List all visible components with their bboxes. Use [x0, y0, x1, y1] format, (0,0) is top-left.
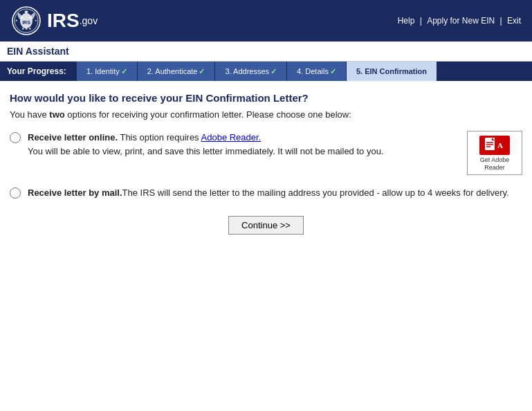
svg-text:IRS: IRS: [22, 20, 30, 25]
svg-text:★ ★ ★: ★ ★ ★: [21, 26, 33, 30]
adobe-badge-text: Get Adobe Reader: [480, 156, 510, 172]
adobe-icon: A: [478, 134, 511, 156]
svg-text:A: A: [497, 141, 503, 149]
logo-area: IRS ★ ★ ★ ★ ★ IRS.gov: [11, 6, 98, 36]
button-row: Continue >>: [10, 216, 522, 235]
progress-bar: Your Progress: 1. Identity✓ 2. Authentic…: [0, 62, 532, 81]
svg-text:★: ★: [15, 19, 18, 22]
logo-gov-text: .gov: [80, 15, 98, 26]
adobe-reader-icon: A: [478, 134, 511, 156]
progress-step-addresses: 3. Addresses✓: [214, 62, 286, 81]
option1-content: Receive letter online. This option requi…: [28, 131, 467, 158]
svg-text:★: ★: [35, 19, 37, 22]
exit-link[interactable]: Exit: [507, 16, 521, 26]
progress-step-identity: 1. Identity✓: [76, 62, 137, 81]
adobe-badge: A Get Adobe Reader: [467, 131, 522, 175]
options-area: Receive letter online. This option requi…: [10, 131, 522, 199]
header-links: Help | Apply for New EIN | Exit: [398, 16, 521, 26]
irs-seal-icon: IRS ★ ★ ★ ★ ★: [11, 6, 42, 36]
help-link[interactable]: Help: [398, 16, 415, 26]
progress-label: Your Progress:: [0, 62, 76, 81]
option1-radio[interactable]: [10, 132, 21, 143]
progress-step-details: 4. Details✓: [286, 62, 346, 81]
continue-button[interactable]: Continue >>: [228, 216, 304, 235]
option2-radio[interactable]: [10, 188, 21, 199]
page-header: IRS ★ ★ ★ ★ ★ IRS.gov Help | Apply for N…: [0, 0, 532, 42]
option2-content: Receive letter by mail.The IRS will send…: [28, 186, 522, 200]
logo-irs-text: IRS: [47, 10, 80, 32]
apply-new-ein-link[interactable]: Apply for New EIN: [427, 16, 495, 26]
title-bar: EIN Assistant: [0, 42, 532, 62]
adobe-reader-link[interactable]: Adobe Reader.: [201, 132, 262, 143]
page-title: EIN Assistant: [7, 46, 69, 57]
main-heading: How would you like to receive your EIN C…: [10, 92, 522, 104]
online-option-wrapper: Receive letter online. This option requi…: [28, 131, 522, 175]
progress-step-confirmation: 5. EIN Confirmation: [346, 62, 437, 81]
progress-step-authenticate: 2. Authenticate✓: [137, 62, 215, 81]
intro-text: You have two options for receiving your …: [10, 109, 522, 120]
main-content: How would you like to receive your EIN C…: [0, 81, 532, 246]
option1-row: Receive letter online. This option requi…: [10, 131, 522, 175]
option2-row: Receive letter by mail.The IRS will send…: [10, 186, 522, 200]
